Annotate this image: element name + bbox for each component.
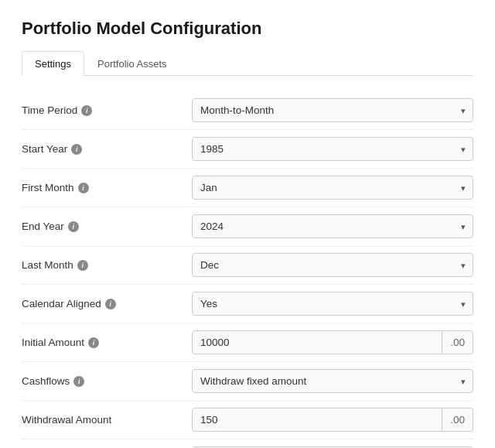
control-end-year: 2024▾ — [192, 214, 473, 238]
tab-portfolio-assets[interactable]: Portfolio Assets — [84, 51, 180, 76]
input-wrap-initial-amount: .00 — [192, 330, 473, 354]
select-time-period[interactable]: Month-to-Month — [192, 98, 473, 122]
form-row-cashflows: CashflowsiWithdraw fixed amount▾ — [22, 362, 473, 401]
label-end-year: End Yeari — [22, 221, 192, 232]
info-icon-cashflows: i — [73, 376, 84, 387]
info-icon-time-period: i — [81, 105, 92, 116]
form-row-inflation-adjusted: Inflation AdjustediNo▾ — [22, 439, 473, 448]
info-icon-last-month: i — [77, 260, 88, 271]
page-title: Portfolio Model Configuration — [22, 19, 473, 39]
control-first-month: Jan▾ — [192, 176, 473, 200]
label-first-month: First Monthi — [22, 182, 192, 193]
label-withdrawal-amount: Withdrawal Amount — [22, 414, 192, 426]
label-initial-amount: Initial Amounti — [22, 337, 192, 348]
form-row-first-month: First MonthiJan▾ — [22, 169, 473, 207]
select-calendar-aligned[interactable]: Yes — [192, 292, 473, 316]
input-withdrawal-amount[interactable] — [192, 408, 442, 432]
label-start-year: Start Yeari — [22, 143, 192, 155]
info-icon-end-year: i — [68, 221, 79, 232]
select-wrapper-calendar-aligned: Yes▾ — [192, 292, 473, 316]
control-start-year: 1985▾ — [192, 137, 473, 161]
info-icon-initial-amount: i — [88, 337, 99, 348]
tabs-bar: Settings Portfolio Assets — [22, 51, 473, 76]
select-wrapper-last-month: Dec▾ — [192, 253, 473, 277]
select-wrapper-first-month: Jan▾ — [192, 176, 473, 200]
form-row-end-year: End Yeari2024▾ — [22, 207, 473, 246]
control-withdrawal-amount: .00 — [192, 408, 473, 432]
control-calendar-aligned: Yes▾ — [192, 292, 473, 316]
control-time-period: Month-to-Month▾ — [192, 98, 473, 122]
select-last-month[interactable]: Dec — [192, 253, 473, 277]
form-row-calendar-aligned: Calendar AlignediYes▾ — [22, 285, 473, 323]
control-cashflows: Withdraw fixed amount▾ — [192, 369, 473, 393]
label-calendar-aligned: Calendar Alignedi — [22, 298, 192, 309]
page-container: Portfolio Model Configuration Settings P… — [0, 0, 495, 448]
info-icon-first-month: i — [78, 183, 89, 193]
select-wrapper-start-year: 1985▾ — [192, 137, 473, 161]
info-icon-calendar-aligned: i — [105, 299, 116, 309]
form-row-start-year: Start Yeari1985▾ — [22, 130, 473, 169]
form-row-last-month: Last MonthiDec▾ — [22, 246, 473, 285]
suffix-initial-amount: .00 — [442, 330, 473, 354]
suffix-withdrawal-amount: .00 — [442, 408, 473, 432]
form-rows: Time PeriodiMonth-to-Month▾Start Yeari19… — [22, 91, 473, 448]
control-last-month: Dec▾ — [192, 253, 473, 277]
tab-settings[interactable]: Settings — [22, 51, 84, 76]
form-row-initial-amount: Initial Amounti.00 — [22, 323, 473, 362]
control-initial-amount: .00 — [192, 330, 473, 354]
form-row-time-period: Time PeriodiMonth-to-Month▾ — [22, 91, 473, 130]
form-row-withdrawal-amount: Withdrawal Amount.00 — [22, 401, 473, 439]
info-icon-start-year: i — [71, 144, 82, 155]
label-time-period: Time Periodi — [22, 104, 192, 116]
select-first-month[interactable]: Jan — [192, 176, 473, 200]
select-wrapper-cashflows: Withdraw fixed amount▾ — [192, 369, 473, 393]
select-wrapper-end-year: 2024▾ — [192, 214, 473, 238]
select-end-year[interactable]: 2024 — [192, 214, 473, 238]
input-wrap-withdrawal-amount: .00 — [192, 408, 473, 432]
select-start-year[interactable]: 1985 — [192, 137, 473, 161]
select-cashflows[interactable]: Withdraw fixed amount — [192, 369, 473, 393]
input-initial-amount[interactable] — [192, 330, 442, 354]
label-cashflows: Cashflowsi — [22, 375, 192, 387]
select-wrapper-time-period: Month-to-Month▾ — [192, 98, 473, 122]
label-last-month: Last Monthi — [22, 259, 192, 271]
